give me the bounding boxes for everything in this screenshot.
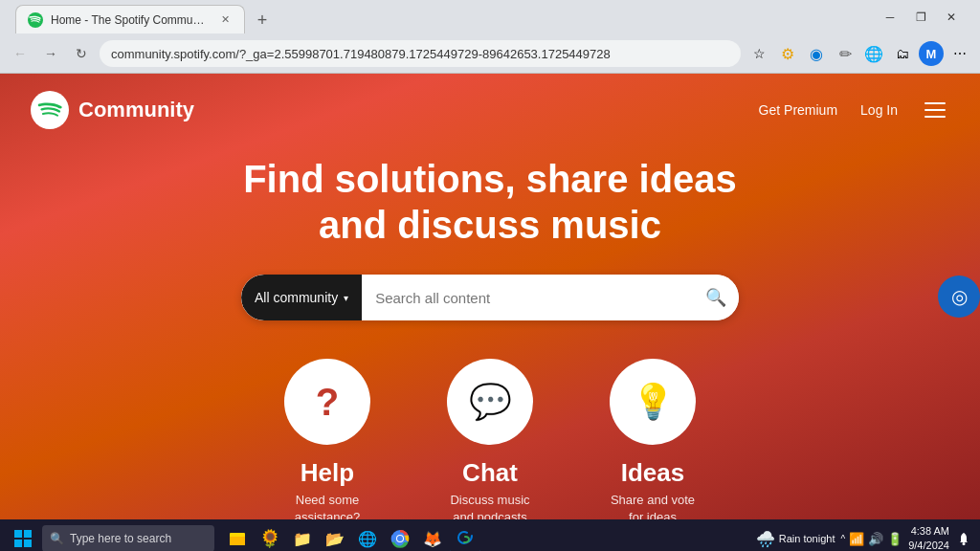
edge-icon xyxy=(456,528,475,547)
notification-button[interactable] xyxy=(955,530,972,547)
tab-title: Home - The Spotify Community xyxy=(51,13,210,27)
login-link[interactable]: Log In xyxy=(860,102,898,118)
active-tab[interactable]: Home - The Spotify Community ✕ xyxy=(15,5,245,33)
start-button[interactable] xyxy=(8,523,38,551)
hero-title-line2: and discuss music xyxy=(319,204,661,246)
menu-icon[interactable]: ⋯ xyxy=(947,41,972,66)
search-dropdown[interactable]: All community ▾ xyxy=(241,275,362,320)
date-display: 9/4/2024 xyxy=(908,539,949,551)
back-button[interactable]: ← xyxy=(8,41,33,66)
time-display: 4:38 AM xyxy=(908,524,949,539)
browser-chrome: Home - The Spotify Community ✕ + ─ ❐ ✕ ←… xyxy=(0,0,980,74)
taskbar-app-photos[interactable]: 🌻 xyxy=(255,523,285,551)
spotify-icon xyxy=(31,91,69,129)
taskbar-app-chrome[interactable] xyxy=(385,523,415,551)
volume-icon[interactable]: 🔊 xyxy=(868,532,883,546)
chrome-icon xyxy=(390,529,410,548)
dropdown-label: All community xyxy=(255,290,338,305)
address-bar: ← → ↻ ☆ ⚙ ◉ ✏ 🌐 🗂 M ⋯ xyxy=(0,34,980,73)
close-button[interactable]: ✕ xyxy=(938,4,965,31)
chevron-down-icon: ▾ xyxy=(344,293,348,303)
extension2-icon[interactable]: ◉ xyxy=(804,41,829,66)
community-float-btn[interactable]: ◎ xyxy=(938,276,980,318)
forward-button[interactable]: → xyxy=(38,41,63,66)
ideas-icon-circle: 💡 xyxy=(610,359,696,445)
battery-icon[interactable]: 🔋 xyxy=(887,532,902,546)
header-nav: Get Premium Log In xyxy=(759,99,949,121)
minimize-button[interactable]: ─ xyxy=(877,4,903,31)
ideas-desc: Share and votefor ideas xyxy=(611,492,695,519)
chevron-tray-icon[interactable]: ^ xyxy=(840,534,845,544)
search-button[interactable]: 🔍 xyxy=(693,275,739,320)
browser-icons: ☆ ⚙ ◉ ✏ 🌐 🗂 M ⋯ xyxy=(746,41,972,66)
refresh-button[interactable]: ↻ xyxy=(69,41,94,66)
taskbar-search-text: Type here to search xyxy=(70,532,171,545)
tab-favicon xyxy=(28,12,43,28)
spotify-logo[interactable]: Community xyxy=(31,91,194,129)
feature-help[interactable]: ? Help Need someassistance? xyxy=(284,359,370,519)
hamburger-line-1 xyxy=(924,102,946,104)
taskbar-active-app[interactable] xyxy=(450,523,480,551)
extension1-icon[interactable]: ⚙ xyxy=(775,41,800,66)
chat-icon-circle: 💬 xyxy=(447,359,533,445)
search-icon: 🔍 xyxy=(705,287,726,308)
weather-text: Rain tonight xyxy=(779,533,835,544)
feature-ideas[interactable]: 💡 Ideas Share and votefor ideas xyxy=(610,359,696,519)
tab-close-btn[interactable]: ✕ xyxy=(217,12,233,28)
hero-title: Find solutions, share ideas and discuss … xyxy=(19,156,961,248)
search-input[interactable] xyxy=(362,290,693,306)
ideas-icon: 💡 xyxy=(632,382,675,422)
taskbar-search[interactable]: 🔍 Type here to search xyxy=(42,525,214,551)
taskbar-app-explorer[interactable] xyxy=(222,523,253,551)
file-explorer-icon xyxy=(228,529,247,548)
extension3-icon[interactable]: ✏ xyxy=(833,41,858,66)
collections-icon[interactable]: 🗂 xyxy=(890,41,915,66)
extension4-icon[interactable]: 🌐 xyxy=(861,41,886,66)
search-bar: All community ▾ 🔍 xyxy=(241,275,739,320)
taskbar-right: 🌧️ Rain tonight ^ 📶 🔊 🔋 4:38 AM 9/4/2024 xyxy=(756,524,972,551)
chat-desc: Discuss musicand podcasts xyxy=(450,492,529,519)
svg-rect-2 xyxy=(14,530,22,538)
feature-chat[interactable]: 💬 Chat Discuss musicand podcasts xyxy=(447,359,533,519)
title-bar: Home - The Spotify Community ✕ + ─ ❐ ✕ xyxy=(0,0,980,34)
network-icon[interactable]: 📶 xyxy=(849,532,864,546)
weather-widget[interactable]: 🌧️ Rain tonight xyxy=(756,530,835,548)
chat-icon: 💬 xyxy=(469,382,512,422)
help-desc: Need someassistance? xyxy=(295,492,361,519)
svg-rect-3 xyxy=(24,530,32,538)
taskbar-app-edge[interactable]: 🌐 xyxy=(352,523,383,551)
taskbar-app-firefox[interactable]: 🦊 xyxy=(417,523,448,551)
svg-point-0 xyxy=(28,12,43,28)
taskbar-app-files[interactable]: 📂 xyxy=(320,523,350,551)
taskbar-apps: 🌻 📁 📂 🌐 🦊 xyxy=(222,523,480,551)
svg-point-10 xyxy=(397,536,403,541)
svg-rect-5 xyxy=(24,540,32,547)
notification-icon xyxy=(956,531,971,546)
community-title: Community xyxy=(78,98,194,122)
hero-title-line1: Find solutions, share ideas xyxy=(243,158,737,200)
get-premium-link[interactable]: Get Premium xyxy=(759,102,837,118)
help-title: Help xyxy=(301,458,354,488)
taskbar-search-icon: 🔍 xyxy=(50,532,64,545)
hamburger-line-2 xyxy=(924,109,946,111)
new-tab-button[interactable]: + xyxy=(249,7,276,33)
bookmark-icon[interactable]: ☆ xyxy=(746,41,771,66)
help-icon-circle: ? xyxy=(284,359,370,445)
search-container: All community ▾ 🔍 xyxy=(241,275,739,320)
hamburger-line-3 xyxy=(924,116,946,118)
spotify-header: Community Get Premium Log In xyxy=(0,74,980,146)
svg-point-1 xyxy=(31,91,69,129)
profile-avatar[interactable]: M xyxy=(919,41,944,66)
window-controls: ─ ❐ ✕ xyxy=(877,4,965,31)
url-input[interactable] xyxy=(100,40,741,67)
taskbar-time[interactable]: 4:38 AM 9/4/2024 xyxy=(908,524,949,551)
hamburger-menu[interactable] xyxy=(921,99,949,121)
windows-logo-icon xyxy=(14,530,32,547)
weather-icon: 🌧️ xyxy=(756,530,775,548)
maximize-button[interactable]: ❐ xyxy=(907,4,934,31)
side-float-container: ◎ xyxy=(938,276,980,318)
hero-section: Find solutions, share ideas and discuss … xyxy=(0,146,980,340)
community-float-icon: ◎ xyxy=(951,285,968,308)
chat-title: Chat xyxy=(462,458,518,488)
taskbar-app-folder[interactable]: 📁 xyxy=(287,523,318,551)
